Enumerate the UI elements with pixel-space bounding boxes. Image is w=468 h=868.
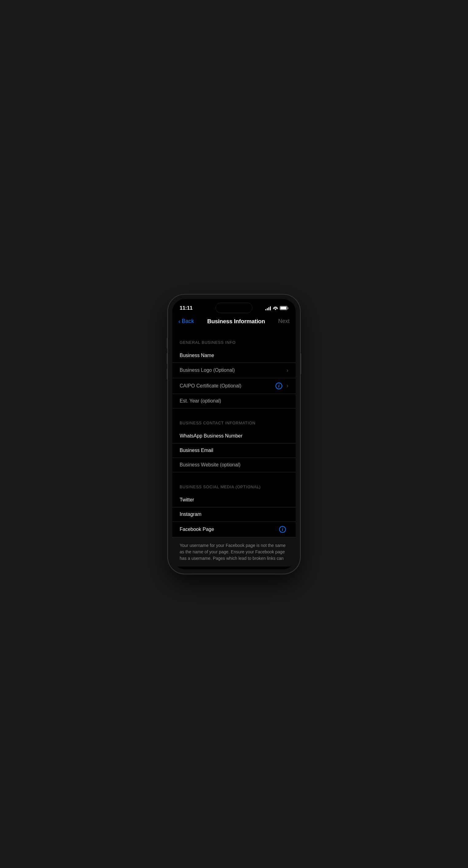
- dynamic-island: [215, 303, 253, 313]
- field-label-business-name: Business Name: [180, 353, 288, 358]
- back-chevron-icon: ‹: [178, 318, 180, 324]
- field-facebook-page[interactable]: Facebook Page i: [172, 522, 296, 537]
- status-icons: [265, 306, 288, 310]
- chevron-right-caipo-icon: ›: [287, 382, 288, 389]
- field-actions-caipo: i ›: [275, 382, 288, 389]
- signal-bars-icon: [265, 306, 271, 310]
- section-header-contact: BUSINESS CONTACT INFORMATION: [172, 413, 296, 429]
- next-button[interactable]: Next: [278, 318, 290, 324]
- field-label-website: Business Website (optional): [180, 462, 288, 468]
- phone-frame: 11:11 ‹: [168, 294, 300, 574]
- field-label-instagram: Instagram: [180, 512, 288, 517]
- field-twitter[interactable]: Twitter: [172, 493, 296, 507]
- field-label-caipo: CAIPO Certificate (Optional): [180, 383, 241, 389]
- navigation-bar: ‹ Back Business Information Next: [172, 315, 296, 330]
- section-header-general: GENERAL BUSINESS INFO: [172, 333, 296, 348]
- page-title: Business Information: [207, 318, 265, 325]
- phone-screen: 11:11 ‹: [172, 299, 296, 569]
- field-label-whatsapp: WhatsApp Business Number: [180, 433, 288, 439]
- field-label-facebook: Facebook Page: [180, 527, 214, 532]
- content-area: GENERAL BUSINESS INFO Business Name Busi…: [172, 330, 296, 569]
- back-label: Back: [182, 318, 194, 324]
- back-button[interactable]: ‹ Back: [178, 318, 194, 324]
- field-label-twitter: Twitter: [180, 497, 288, 503]
- info-circle-facebook-icon[interactable]: i: [279, 526, 286, 533]
- field-label-est-year: Est. Year (optional): [180, 398, 288, 404]
- field-business-email[interactable]: Business Email: [172, 443, 296, 458]
- field-instagram[interactable]: Instagram: [172, 507, 296, 522]
- wifi-icon: [273, 306, 278, 310]
- status-time: 11:11: [180, 305, 193, 311]
- battery-icon: [280, 306, 288, 310]
- field-whatsapp-number[interactable]: WhatsApp Business Number: [172, 429, 296, 443]
- section-header-social: BUSINESS SOCIAL MEDIA (OPTIONAL): [172, 477, 296, 493]
- field-label-business-logo: Business Logo (Optional): [180, 368, 235, 373]
- chevron-right-icon: ›: [287, 367, 288, 374]
- field-label-email: Business Email: [180, 448, 288, 453]
- facebook-tooltip: Your username for your Facebook page is …: [172, 537, 296, 566]
- field-business-name[interactable]: Business Name: [172, 348, 296, 363]
- field-business-website[interactable]: Business Website (optional): [172, 458, 296, 472]
- tooltip-text: Your username for your Facebook page is …: [180, 542, 288, 562]
- field-business-logo[interactable]: Business Logo (Optional) ›: [172, 363, 296, 378]
- info-circle-caipo-icon[interactable]: i: [275, 382, 282, 389]
- field-caipo-certificate[interactable]: CAIPO Certificate (Optional) i ›: [172, 378, 296, 394]
- field-est-year[interactable]: Est. Year (optional): [172, 394, 296, 408]
